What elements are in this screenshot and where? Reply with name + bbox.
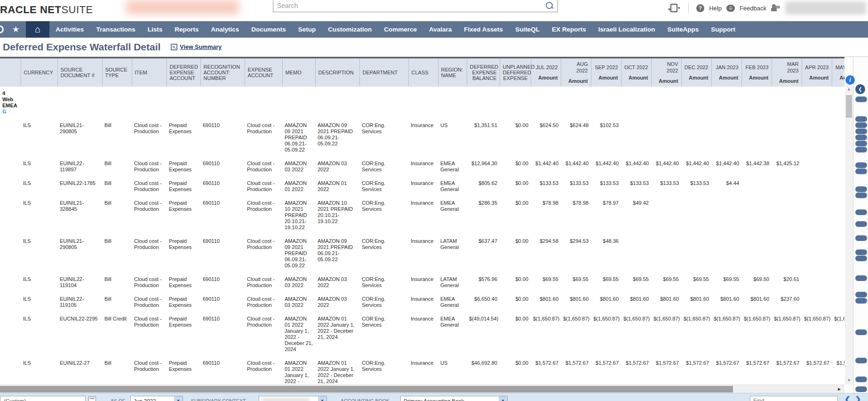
- strip-pill[interactable]: [855, 298, 867, 304]
- cell-month-amount: $49.42: [621, 199, 651, 237]
- search-input[interactable]: [273, 2, 545, 9]
- cell-recognition-account-number: 690110: [200, 179, 245, 199]
- nav-item-analytics[interactable]: Analytics: [205, 26, 245, 33]
- strip-pill[interactable]: [855, 116, 867, 122]
- nav-item-customization[interactable]: Customization: [322, 26, 378, 33]
- strip-pill[interactable]: [855, 147, 867, 152]
- strip-pill[interactable]: [855, 141, 867, 146]
- cell-month-amount: $801.60: [651, 295, 681, 314]
- strip-pill[interactable]: [855, 96, 867, 102]
- nav-item-transactions[interactable]: Transactions: [90, 26, 141, 33]
- strip-pill[interactable]: [855, 292, 867, 297]
- strip-pill[interactable]: [855, 209, 867, 215]
- row-gutter: [0, 295, 21, 314]
- cell-region: LATAM General: [438, 237, 467, 275]
- cell-month-amount: [832, 237, 844, 275]
- strip-pill[interactable]: [855, 168, 867, 174]
- strip-pill[interactable]: [855, 221, 867, 227]
- cell-month-amount: $801.60: [681, 295, 711, 314]
- view-summary-icon: ↖: [171, 44, 177, 50]
- cell-source-document: EUINIL22-119105: [57, 295, 102, 314]
- help-link[interactable]: Help: [709, 5, 722, 12]
- find-input[interactable]: Find: [750, 396, 838, 401]
- nav-item-suiteapps[interactable]: SuiteApps: [661, 26, 705, 33]
- subsidiary-dropdown[interactable]: ▼: [259, 396, 327, 401]
- nav-item-support[interactable]: Support: [705, 26, 741, 33]
- user-roles-icon[interactable]: [771, 4, 780, 12]
- home-icon[interactable]: ⌂: [26, 21, 49, 38]
- cell-month-amount: $294.58: [531, 237, 561, 275]
- strip-pill[interactable]: [855, 249, 867, 255]
- vertical-scroll-thumb[interactable]: [846, 95, 852, 118]
- as-of-dropdown[interactable]: Jun 2022▼: [130, 396, 183, 401]
- cell-memo: AMAZON 03 2022: [282, 275, 315, 295]
- cell-memo: AMAZON 09 2021 PREPAID 06.09.21-05.09.22: [282, 121, 315, 159]
- vertical-scrollbar[interactable]: ▲ ▼: [845, 85, 853, 385]
- cell-currency: ILS: [21, 275, 57, 295]
- horizontal-scrollbar[interactable]: ►: [0, 385, 844, 393]
- search-icon[interactable]: [545, 1, 554, 10]
- nav-item-setup[interactable]: Setup: [292, 26, 322, 33]
- nav-item-lists[interactable]: Lists: [142, 26, 169, 33]
- roles-menu-button[interactable]: ▼: [668, 3, 681, 13]
- cell-month-amount: [802, 275, 832, 295]
- strip-pill[interactable]: [855, 235, 867, 241]
- nav-item-suiteql[interactable]: SuiteQL: [509, 26, 546, 33]
- cell-class: Insurance: [408, 199, 438, 237]
- cell-source-type: Bill: [102, 159, 132, 179]
- group-link-fragment[interactable]: G: [2, 109, 844, 115]
- nav-item-commerce[interactable]: Commerce: [378, 26, 423, 33]
- page-next-icon[interactable]: ❯: [855, 395, 861, 401]
- collapse-panel-icon[interactable]: ❮: [855, 84, 865, 94]
- strip-pill[interactable]: [855, 386, 867, 392]
- cell-source-document: EUINIL21-328845: [57, 199, 102, 237]
- cell-month-amount: $801.60: [711, 295, 741, 314]
- calendar-icon[interactable]: [88, 396, 96, 401]
- strip-pill[interactable]: [855, 122, 867, 128]
- horizontal-scroll-thumb[interactable]: [0, 386, 733, 393]
- strip-pill[interactable]: [855, 358, 867, 363]
- cell-memo: AMAZON 09 2021 PREPAID 06.09.21-05.09.22: [282, 237, 315, 275]
- help-icon[interactable]: ?: [696, 4, 704, 12]
- cell-department: COR:Eng. Services: [359, 121, 408, 159]
- custom-range-field[interactable]: (Custom): [0, 396, 86, 401]
- nav-item-fixed-assets[interactable]: Fixed Assets: [458, 26, 509, 33]
- nav-item-israeli-localization[interactable]: Israeli Localization: [592, 26, 661, 33]
- strip-pill[interactable]: [855, 256, 867, 261]
- strip-pill[interactable]: [855, 135, 867, 140]
- feedback-link[interactable]: Feedback: [740, 5, 766, 12]
- scroll-up-icon[interactable]: ▲: [845, 87, 853, 91]
- strip-pill[interactable]: [855, 186, 867, 192]
- cell-currency: ILS: [21, 159, 57, 179]
- cell-month-amount: [741, 199, 772, 237]
- cell-month-amount: [832, 159, 844, 179]
- nav-item-documents[interactable]: Documents: [245, 26, 292, 33]
- cell-month-amount: $1,572.67: [561, 359, 591, 385]
- strip-pill[interactable]: [855, 192, 867, 198]
- cell-month-amount: $133.53: [621, 179, 651, 199]
- strip-pill[interactable]: [855, 377, 867, 382]
- strip-pill[interactable]: [855, 128, 867, 134]
- feedback-icon[interactable]: ☰: [726, 5, 735, 12]
- column-header: DESCRIPTION: [315, 58, 359, 87]
- shortcuts-star-icon[interactable]: ★: [0, 21, 26, 38]
- cell-recognition-account-number: 690110: [200, 295, 245, 314]
- scroll-right-icon[interactable]: ►: [837, 386, 842, 392]
- nav-item-ex-reports[interactable]: EX Reports: [546, 26, 592, 33]
- cell-month-amount: $69.55: [531, 275, 561, 295]
- nav-item-avalara[interactable]: Avalara: [423, 26, 458, 33]
- cell-month-amount: $(1,650.87): [621, 314, 651, 359]
- accounting-book-dropdown[interactable]: Primary Accounting Book▼: [400, 396, 508, 401]
- strip-pill[interactable]: [855, 275, 867, 281]
- strip-pill[interactable]: [855, 329, 867, 335]
- nav-item-activities[interactable]: Activities: [49, 26, 90, 33]
- strip-pill[interactable]: [855, 162, 867, 168]
- table-row: ILSEUINIL21-328845BillCloud cost - Produ…: [0, 199, 844, 237]
- cell-expense-account: Cloud cost - Production: [245, 295, 282, 314]
- view-summary-link[interactable]: ↖ View Summary: [171, 44, 222, 50]
- scroll-down-icon[interactable]: ▼: [845, 378, 853, 383]
- info-icon[interactable]: i: [845, 75, 855, 85]
- cell-description: AMAZON 01 2022 January 1, 2022 - Deceber…: [315, 314, 359, 359]
- page-prev-icon[interactable]: ❮: [844, 395, 851, 401]
- nav-item-reports[interactable]: Reports: [168, 26, 205, 33]
